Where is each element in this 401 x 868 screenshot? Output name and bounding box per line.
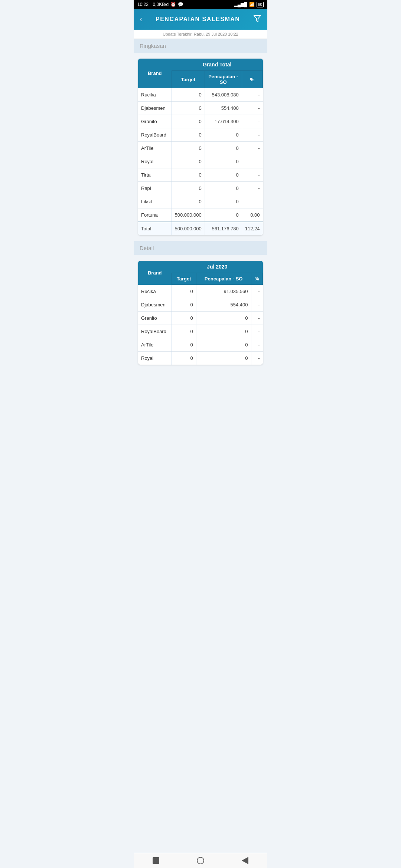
- target-cell: 0: [172, 338, 196, 352]
- section-label-ringkasan: Ringkasan: [134, 39, 267, 53]
- brand-cell: Granito: [138, 312, 172, 325]
- pencapaian-cell: 17.614.300: [205, 115, 242, 128]
- summary-col-target: Target: [172, 71, 205, 88]
- detail-brand-header: Brand: [138, 261, 172, 285]
- total-brand-cell: Total: [138, 222, 172, 235]
- summary-col-pencapaian: Pencapaian - SO: [205, 71, 242, 88]
- target-cell: 0: [172, 168, 205, 182]
- brand-cell: Granito: [138, 115, 172, 128]
- app-header: ‹ PENCAPAIAN SALESMAN: [134, 9, 267, 30]
- pencapaian-cell: 0: [205, 208, 242, 222]
- pencapaian-cell: 91.035.560: [196, 285, 251, 298]
- status-right: ▂▄▆█ 📶 80: [234, 2, 264, 7]
- table-row: Rapi 0 0 -: [138, 182, 263, 195]
- pct-cell: -: [242, 88, 263, 102]
- table-total-row: Total 500.000.000 561.176.780 112,24: [138, 222, 263, 235]
- target-cell: 0: [172, 142, 205, 155]
- table-row: Liksil 0 0 -: [138, 195, 263, 208]
- total-pct-cell: 112,24: [242, 222, 263, 235]
- pencapaian-cell: 0: [196, 352, 251, 365]
- table-row: RoyalBoard 0 0 -: [138, 128, 263, 142]
- wifi-icon: 📶: [249, 2, 255, 7]
- table-row: Rucika 0 91.035.560 -: [138, 285, 263, 298]
- summary-col-pct: %: [242, 71, 263, 88]
- summary-brand-header: Brand: [138, 59, 172, 88]
- table-row: ArTile 0 0 -: [138, 338, 263, 352]
- summary-grand-total-header: Grand Total: [172, 59, 263, 71]
- target-cell: 0: [172, 195, 205, 208]
- target-cell: 0: [172, 88, 205, 102]
- target-cell: 0: [172, 325, 196, 338]
- time: 10:22: [137, 2, 149, 7]
- table-row: Djabesmen 0 554.400 -: [138, 298, 263, 312]
- pct-cell: -: [242, 155, 263, 168]
- table-row: Royal 0 0 -: [138, 155, 263, 168]
- target-cell: 0: [172, 102, 205, 115]
- detail-col-target: Target: [172, 273, 196, 285]
- section-label-detail: Detail: [134, 241, 267, 255]
- pct-cell: -: [242, 182, 263, 195]
- pencapaian-cell: 554.400: [196, 298, 251, 312]
- brand-cell: Fortuna: [138, 208, 172, 222]
- pct-cell: -: [251, 352, 263, 365]
- target-cell: 0: [172, 312, 196, 325]
- pct-cell: -: [242, 102, 263, 115]
- pencapaian-cell: 0: [205, 142, 242, 155]
- brand-cell: Tirta: [138, 168, 172, 182]
- pencapaian-cell: 0: [205, 155, 242, 168]
- battery-icon: 80: [257, 2, 264, 7]
- pct-cell: -: [242, 142, 263, 155]
- brand-cell: Djabesmen: [138, 298, 172, 312]
- pct-cell: -: [242, 115, 263, 128]
- brand-cell: ArTile: [138, 338, 172, 352]
- svg-marker-0: [254, 15, 261, 22]
- brand-cell: ArTile: [138, 142, 172, 155]
- detail-table-container: Brand Jul 2020 Target Pencapaian - SO % …: [138, 261, 263, 365]
- brand-cell: Liksil: [138, 195, 172, 208]
- pct-cell: -: [251, 312, 263, 325]
- pct-cell: -: [242, 128, 263, 142]
- table-row: RoyalBoard 0 0 -: [138, 325, 263, 338]
- pencapaian-cell: 0: [205, 168, 242, 182]
- status-bar: 10:22 | 0,0KB/d ⏰ 💬 ▂▄▆█ 📶 80: [134, 0, 267, 9]
- table-row: Royal 0 0 -: [138, 352, 263, 365]
- network-info: | 0,0KB/d: [150, 2, 169, 7]
- detail-col-pct: %: [251, 273, 263, 285]
- pct-cell: -: [251, 298, 263, 312]
- table-row: Fortuna 500.000.000 0 0,00: [138, 208, 263, 222]
- pencapaian-cell: 0: [196, 312, 251, 325]
- detail-table: Brand Jul 2020 Target Pencapaian - SO % …: [138, 261, 263, 365]
- brand-cell: RoyalBoard: [138, 325, 172, 338]
- detail-period-header: Jul 2020: [172, 261, 263, 273]
- total-pencapaian-cell: 561.176.780: [205, 222, 242, 235]
- brand-cell: Rapi: [138, 182, 172, 195]
- brand-cell: RoyalBoard: [138, 128, 172, 142]
- pencapaian-cell: 554.400: [205, 102, 242, 115]
- brand-cell: Royal: [138, 155, 172, 168]
- total-target-cell: 500.000.000: [172, 222, 205, 235]
- table-row: Rucika 0 543.008.080 -: [138, 88, 263, 102]
- target-cell: 0: [172, 352, 196, 365]
- status-left: 10:22 | 0,0KB/d ⏰ 💬: [137, 2, 183, 7]
- table-row: Djabesmen 0 554.400 -: [138, 102, 263, 115]
- pencapaian-cell: 0: [205, 128, 242, 142]
- back-button[interactable]: ‹: [140, 14, 142, 24]
- pencapaian-cell: 0: [205, 195, 242, 208]
- brand-cell: Rucika: [138, 285, 172, 298]
- pencapaian-cell: 0: [196, 325, 251, 338]
- detail-col-pencapaian: Pencapaian - SO: [196, 273, 251, 285]
- pct-cell: -: [251, 338, 263, 352]
- table-row: Granito 0 17.614.300 -: [138, 115, 263, 128]
- brand-cell: Rucika: [138, 88, 172, 102]
- target-cell: 0: [172, 115, 205, 128]
- pct-cell: -: [242, 168, 263, 182]
- brand-cell: Royal: [138, 352, 172, 365]
- table-row: ArTile 0 0 -: [138, 142, 263, 155]
- filter-button[interactable]: [253, 14, 261, 24]
- target-cell: 0: [172, 285, 196, 298]
- page-title: PENCAPAIAN SALESMAN: [142, 16, 253, 23]
- signal-icon: ▂▄▆█: [234, 2, 247, 7]
- pencapaian-cell: 0: [205, 182, 242, 195]
- summary-table: Brand Grand Total Target Pencapaian - SO…: [138, 59, 263, 235]
- target-cell: 500.000.000: [172, 208, 205, 222]
